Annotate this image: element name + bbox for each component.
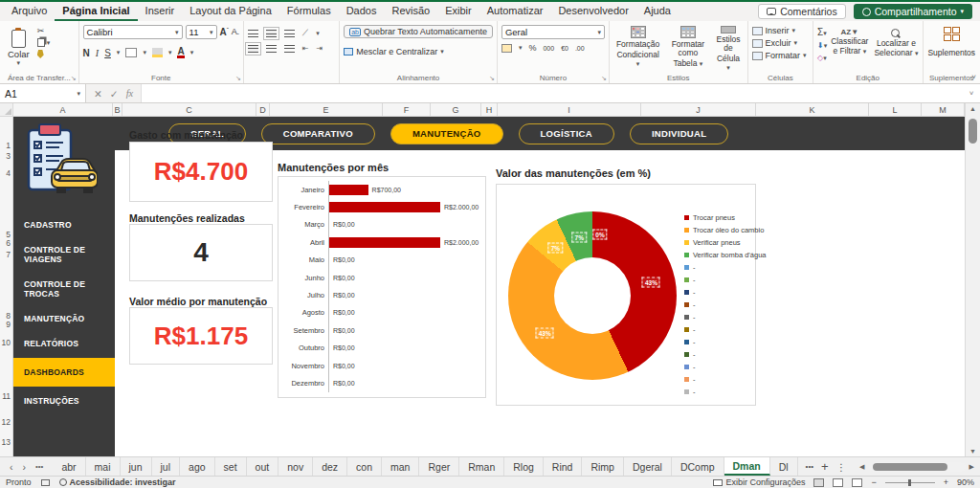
column-header-K[interactable]: K xyxy=(756,103,869,116)
format-painter-button[interactable] xyxy=(37,50,51,58)
row-header-4[interactable]: 4 xyxy=(6,168,11,178)
row-header-10[interactable]: 10 xyxy=(2,338,11,347)
align-top-button[interactable] xyxy=(248,30,258,37)
formula-input[interactable] xyxy=(142,84,963,102)
sheet-tab-dez[interactable]: dez xyxy=(313,457,347,476)
copy-button[interactable]: ▾ xyxy=(37,38,51,47)
dialog-launcher-icon[interactable]: ↘ xyxy=(235,75,241,82)
column-header-I[interactable]: I xyxy=(498,103,641,116)
column-header-F[interactable]: F xyxy=(383,103,431,116)
percent-style-button[interactable]: % xyxy=(528,43,536,53)
sidebar-item-dashboards[interactable]: DASHBOARDS xyxy=(13,358,115,387)
bold-button[interactable]: N xyxy=(83,48,90,58)
column-header-M[interactable]: M xyxy=(922,103,965,116)
row-header-9[interactable]: 9 xyxy=(6,320,11,329)
sheet-tab-rger[interactable]: Rger xyxy=(419,457,459,476)
sidebar-item-controle-de-viagens[interactable]: CONTROLE DE VIAGENS xyxy=(13,237,115,272)
accessibility-status[interactable]: Acessibilidade: investigar xyxy=(59,477,176,487)
row-header-7[interactable]: 7 xyxy=(6,250,11,259)
italic-button[interactable]: I xyxy=(96,48,99,58)
page-break-view-icon[interactable] xyxy=(852,478,862,487)
accounting-format-button[interactable] xyxy=(501,44,512,53)
find-select-button[interactable]: Localizar eSelecionar ▾ xyxy=(874,29,918,57)
sidebar-item-instruções[interactable]: INSTRUÇÕES xyxy=(13,388,115,413)
scroll-left-icon[interactable]: ◀ xyxy=(859,463,864,471)
menu-tab-desenvolvedor[interactable]: Desenvolvedor xyxy=(550,2,635,21)
paste-button[interactable]: Colar ▾ xyxy=(4,25,33,71)
align-center-button[interactable] xyxy=(266,45,277,53)
sheet-tab-nov[interactable]: nov xyxy=(278,457,313,476)
dialog-launcher-icon[interactable]: ↘ xyxy=(489,75,495,82)
increase-font-button[interactable]: Aˆ xyxy=(220,27,229,37)
vertical-scrollbar[interactable]: ▲ ▼ xyxy=(965,103,980,456)
collapse-ribbon-icon[interactable]: ˅ xyxy=(971,73,976,81)
prev-sheet-icon[interactable]: ‹ xyxy=(10,461,13,473)
autosum-button[interactable]: Σ▾ xyxy=(817,27,827,37)
style-button-1[interactable]: Formatar comoTabela ▾ xyxy=(666,25,709,71)
menu-tab-inserir[interactable]: Inserir xyxy=(138,2,183,21)
dashboard-tab-individual[interactable]: INDIVIDUAL xyxy=(630,123,728,144)
enter-icon[interactable]: ✓ xyxy=(110,88,119,100)
menu-tab-ajuda[interactable]: Ajuda xyxy=(636,2,679,21)
scroll-right-icon[interactable]: ▶ xyxy=(969,463,974,471)
scroll-up-icon[interactable]: ▲ xyxy=(966,105,980,112)
row-header-12[interactable]: 12 xyxy=(2,417,11,427)
merge-center-button[interactable]: Mesclar e Centralizar ▾ xyxy=(344,47,493,56)
menu-tab-layout-da-página[interactable]: Layout da Página xyxy=(182,2,279,21)
font-color-button[interactable]: A xyxy=(177,47,184,58)
column-header-C[interactable]: C xyxy=(122,103,256,116)
overflow-sheets-icon[interactable]: ••• xyxy=(806,462,813,471)
sheet-tab-rman[interactable]: Rman xyxy=(459,457,504,476)
menu-tab-arquivo[interactable]: Arquivo xyxy=(4,2,55,21)
column-header-G[interactable]: G xyxy=(431,103,481,116)
menu-tab-dados[interactable]: Dados xyxy=(339,2,385,21)
increase-indent-button[interactable]: ⇥ xyxy=(317,44,323,53)
column-header-B[interactable]: B xyxy=(113,103,122,116)
cancel-icon[interactable]: ✕ xyxy=(94,88,102,100)
row-header-3[interactable]: 3 xyxy=(6,151,11,161)
font-name-select[interactable]: Calibri▾ xyxy=(83,25,183,39)
row-header-6[interactable]: 6 xyxy=(6,238,11,248)
underline-button[interactable]: S xyxy=(104,48,111,58)
align-bottom-button[interactable] xyxy=(284,30,295,37)
macro-record-icon[interactable] xyxy=(41,479,50,486)
dashboard-tab-manutenção[interactable]: MANUTENÇÃO xyxy=(390,123,503,144)
horizontal-scrollbar[interactable]: ◀ ▶ xyxy=(854,457,980,476)
comma-style-button[interactable]: 000 xyxy=(543,45,554,52)
sheet-tab-dman[interactable]: Dman xyxy=(724,457,770,476)
sheet-tab-jun[interactable]: jun xyxy=(121,457,152,476)
column-header-J[interactable]: J xyxy=(641,103,756,116)
sheet-tab-man[interactable]: man xyxy=(382,457,419,476)
sheet-tab-jul[interactable]: jul xyxy=(152,457,181,476)
comments-button[interactable]: Comentários xyxy=(758,4,846,19)
sheet-tab-abr[interactable]: abr xyxy=(53,457,85,476)
align-middle-button[interactable] xyxy=(266,30,277,37)
zoom-slider[interactable] xyxy=(885,482,935,483)
sheet-tab-rlog[interactable]: Rlog xyxy=(504,457,544,476)
number-format-select[interactable]: Geral▾ xyxy=(501,25,605,39)
menu-tab-página-inicial[interactable]: Página Inicial xyxy=(55,2,137,21)
inserir-cells-button[interactable]: Inserir▾ xyxy=(752,26,809,35)
column-header-H[interactable]: H xyxy=(481,103,498,116)
fill-color-button[interactable] xyxy=(152,48,163,57)
row-header-1[interactable]: 1 xyxy=(6,141,11,150)
style-button-0[interactable]: FormataçãoCondicional ▾ xyxy=(613,25,662,71)
page-layout-view-icon[interactable] xyxy=(833,478,843,487)
sheet-tab-dgeral[interactable]: Dgeral xyxy=(624,457,672,476)
sheet-tab-dl[interactable]: Dl xyxy=(770,457,798,476)
vertical-scroll-thumb[interactable] xyxy=(969,119,977,144)
row-header-11[interactable]: 11 xyxy=(2,391,11,401)
sheet-tab-set[interactable]: set xyxy=(215,457,247,476)
formatar-cells-button[interactable]: Formatar▾ xyxy=(752,51,809,60)
sheet-tab-ago[interactable]: ago xyxy=(180,457,215,476)
sort-filter-button[interactable]: AZ▼Classificare Filtrar ▾ xyxy=(831,29,868,55)
horizontal-scroll-thumb[interactable] xyxy=(873,463,948,471)
dialog-launcher-icon[interactable]: ↘ xyxy=(601,75,607,82)
row-header-13[interactable]: 13 xyxy=(2,437,11,447)
align-left-button[interactable] xyxy=(248,45,258,53)
sheet-tab-dcomp[interactable]: DComp xyxy=(672,457,724,476)
decrease-decimal-button[interactable]: .00 xyxy=(575,45,585,52)
column-header-E[interactable]: E xyxy=(270,103,383,116)
sidebar-item-relatórios[interactable]: RELATÓRIOS xyxy=(13,331,115,356)
zoom-out-icon[interactable]: − xyxy=(871,477,876,487)
